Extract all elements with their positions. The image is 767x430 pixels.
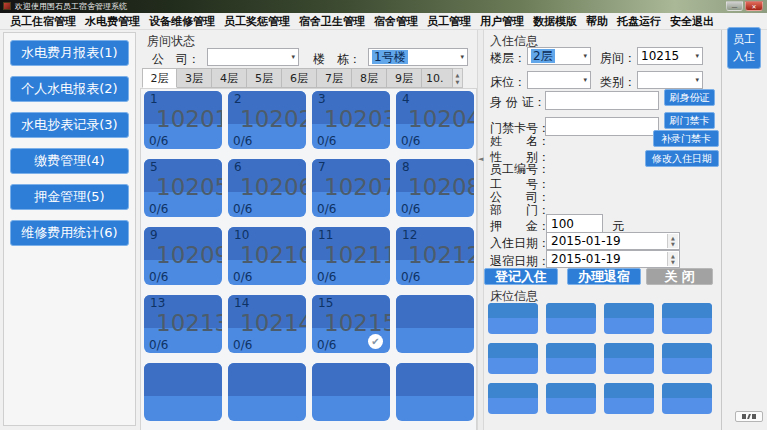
category-select[interactable]: ▾ bbox=[637, 71, 703, 89]
bed-card-3[interactable] bbox=[604, 303, 654, 334]
room-index: 1 bbox=[150, 92, 158, 106]
room-number: 10209 bbox=[144, 242, 222, 268]
bed-card-11[interactable] bbox=[604, 383, 654, 414]
employee-checkin-button[interactable]: 员工入住 bbox=[727, 27, 761, 69]
menu-item-5[interactable]: 宿舍卫生管理 bbox=[299, 14, 365, 29]
menu-item-10[interactable]: 帮助 bbox=[586, 14, 608, 29]
room-status-panel: 房间状态 公 司： ▾ 楼 栋： 1号楼 ▾ 2层3层4层5层6层7层8层9层1… bbox=[140, 30, 477, 430]
menu-item-12[interactable]: 安全退出 bbox=[670, 14, 714, 29]
menu-item-4[interactable]: 员工奖惩管理 bbox=[224, 14, 290, 29]
id-card-input[interactable] bbox=[545, 91, 659, 110]
floor-tab-5层[interactable]: 5层 bbox=[247, 68, 282, 88]
floor-tab-6层[interactable]: 6层 bbox=[282, 68, 317, 88]
tab-scroll-down-icon[interactable]: ▼ bbox=[456, 79, 460, 85]
menu-item-8[interactable]: 用户管理 bbox=[480, 14, 524, 29]
sidebar-button-1[interactable]: 水电费月报表(1) bbox=[10, 40, 129, 66]
bed-select[interactable]: ▾ bbox=[527, 71, 591, 89]
room-occupancy: 0/6 bbox=[233, 202, 252, 216]
collapse-left-icon[interactable]: ◄ bbox=[478, 155, 483, 163]
floor-tab-10.[interactable]: 10. bbox=[422, 68, 453, 88]
sidebar-button-3[interactable]: 水电抄表记录(3) bbox=[10, 112, 129, 138]
close-panel-button[interactable]: 关 闭 bbox=[646, 268, 713, 285]
date-spinner[interactable]: ▲▼ bbox=[667, 252, 678, 266]
floor-tab-2层[interactable]: 2层 bbox=[142, 68, 177, 88]
room-number: 10202 bbox=[228, 106, 306, 132]
ime-toolbar[interactable] bbox=[735, 411, 763, 422]
close-button[interactable]: ✕ bbox=[745, 1, 763, 11]
company-select[interactable]: ▾ bbox=[207, 48, 299, 66]
room-card-10201[interactable]: 1102010/6 bbox=[144, 91, 222, 149]
menu-item-2[interactable]: 水电费管理 bbox=[85, 14, 140, 29]
scan-id-button[interactable]: 刷身份证 bbox=[664, 89, 715, 106]
bed-card-9[interactable] bbox=[488, 383, 538, 414]
floor-select[interactable]: 2层 ▾ bbox=[527, 47, 591, 65]
room-card-empty[interactable] bbox=[228, 363, 306, 421]
minimize-button[interactable]: — bbox=[726, 1, 743, 11]
room-index: 9 bbox=[150, 228, 158, 242]
room-card-10212[interactable]: 12102120/6 bbox=[396, 227, 474, 285]
panel-splitter[interactable]: ◄ bbox=[477, 30, 484, 430]
access-card-input[interactable] bbox=[545, 117, 659, 136]
bed-card-top bbox=[604, 303, 654, 318]
room-card-empty[interactable] bbox=[312, 363, 390, 421]
room-select[interactable]: 10215 ▾ bbox=[637, 47, 703, 65]
bed-card-2[interactable] bbox=[546, 303, 596, 334]
chevron-down-icon: ▾ bbox=[583, 76, 587, 84]
room-card-10213[interactable]: 13102130/6 bbox=[144, 295, 222, 353]
deposit-input[interactable]: 100 bbox=[546, 214, 603, 233]
menu-item-7[interactable]: 员工管理 bbox=[427, 14, 471, 29]
checkin-date-input[interactable]: 2015-01-19 ▲▼ bbox=[546, 232, 680, 250]
bed-card-10[interactable] bbox=[546, 383, 596, 414]
floor-tab-7层[interactable]: 7层 bbox=[317, 68, 352, 88]
bed-card-6[interactable] bbox=[546, 343, 596, 374]
tab-scroll-up-icon[interactable]: ▲ bbox=[456, 72, 460, 78]
room-card-10207[interactable]: 7102070/6 bbox=[312, 159, 390, 217]
floor-tab-4层[interactable]: 4层 bbox=[212, 68, 247, 88]
room-card-10208[interactable]: 8102080/6 bbox=[396, 159, 474, 217]
floor-tab-8层[interactable]: 8层 bbox=[352, 68, 387, 88]
bed-card-5[interactable] bbox=[488, 343, 538, 374]
tab-scroll-control[interactable]: ▲▼ bbox=[453, 68, 463, 88]
menu-item-9[interactable]: 数据模版 bbox=[533, 14, 577, 29]
room-index: 13 bbox=[150, 296, 165, 310]
room-card-10215[interactable]: 15102150/6✔ bbox=[312, 295, 390, 353]
room-index: 7 bbox=[318, 160, 326, 174]
sidebar-button-4[interactable]: 缴费管理(4) bbox=[10, 148, 129, 174]
sidebar-button-2[interactable]: 个人水电报表(2) bbox=[10, 76, 129, 102]
room-occupancy: 0/6 bbox=[401, 270, 420, 284]
sidebar-button-6[interactable]: 维修费用统计(6) bbox=[10, 220, 129, 246]
date-spinner[interactable]: ▲▼ bbox=[667, 234, 678, 248]
bed-card-8[interactable] bbox=[662, 343, 712, 374]
room-card-10206[interactable]: 6102060/6 bbox=[228, 159, 306, 217]
bed-card-1[interactable] bbox=[488, 303, 538, 334]
room-card-10209[interactable]: 9102090/6 bbox=[144, 227, 222, 285]
room-card-10204[interactable]: 4102040/6 bbox=[396, 91, 474, 149]
menu-item-3[interactable]: 设备维修管理 bbox=[149, 14, 215, 29]
bed-card-7[interactable] bbox=[604, 343, 654, 374]
floor-tab-3层[interactable]: 3层 bbox=[177, 68, 212, 88]
process-checkout-button[interactable]: 办理退宿 bbox=[567, 268, 641, 285]
bed-card-12[interactable] bbox=[662, 383, 712, 414]
bed-card-4[interactable] bbox=[662, 303, 712, 334]
room-card-10203[interactable]: 3102030/6 bbox=[312, 91, 390, 149]
modify-checkin-date-button[interactable]: 修改入住日期 bbox=[645, 150, 719, 167]
room-card-10210[interactable]: 10102100/6 bbox=[228, 227, 306, 285]
scan-access-button[interactable]: 刷门禁卡 bbox=[664, 112, 715, 129]
room-card-empty[interactable] bbox=[396, 363, 474, 421]
checkout-date-input[interactable]: 2015-01-19 ▲▼ bbox=[546, 250, 680, 268]
room-card-10205[interactable]: 5102050/6 bbox=[144, 159, 222, 217]
room-card-10202[interactable]: 2102020/6 bbox=[228, 91, 306, 149]
menu-item-1[interactable]: 员工住宿管理 bbox=[10, 14, 76, 29]
floor-label: 楼层： bbox=[490, 50, 526, 67]
register-checkin-button[interactable]: 登记入住 bbox=[484, 268, 558, 285]
building-select[interactable]: 1号楼 ▾ bbox=[368, 48, 468, 66]
room-card-10211[interactable]: 11102110/6 bbox=[312, 227, 390, 285]
floor-tab-9层[interactable]: 9层 bbox=[387, 68, 422, 88]
menu-item-11[interactable]: 托盘运行 bbox=[617, 14, 661, 29]
menu-item-6[interactable]: 宿舍管理 bbox=[374, 14, 418, 29]
room-card-empty[interactable] bbox=[396, 295, 474, 353]
sidebar-button-5[interactable]: 押金管理(5) bbox=[10, 184, 129, 210]
reissue-access-button[interactable]: 补录门禁卡 bbox=[653, 130, 719, 147]
room-card-empty[interactable] bbox=[144, 363, 222, 421]
room-card-10214[interactable]: 14102140/6 bbox=[228, 295, 306, 353]
